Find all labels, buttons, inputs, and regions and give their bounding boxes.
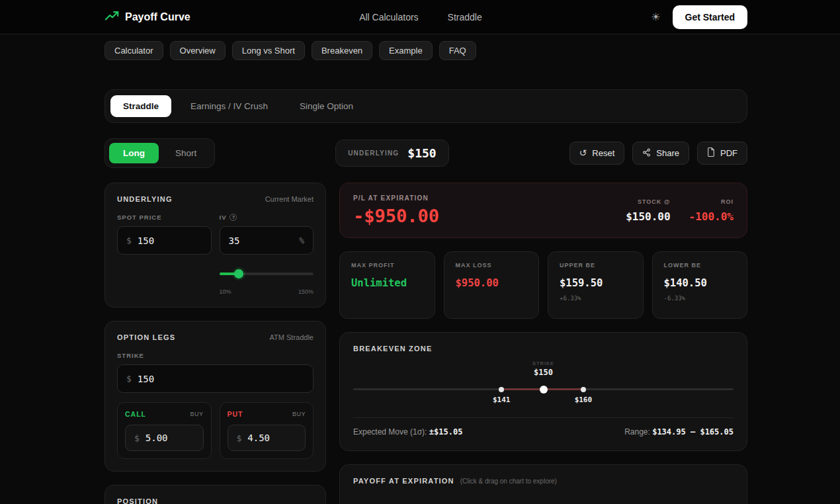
share-button[interactable]: Share <box>632 142 689 165</box>
dollar-prefix: $ <box>126 374 132 384</box>
reset-button-label: Reset <box>592 148 614 158</box>
current-market-label: Current Market <box>265 195 314 203</box>
call-leg-card: CALL BUY $ 5.00 <box>117 402 212 459</box>
share-nodes-icon <box>642 148 651 159</box>
underlying-card-title: UNDERLYING <box>117 195 173 203</box>
stock-at-value: $150.00 <box>626 210 670 223</box>
pdf-button-label: PDF <box>720 148 737 158</box>
iv-input[interactable]: 35 % <box>220 226 314 255</box>
put-side-label: BUY <box>292 411 306 417</box>
position-card-title: POSITION <box>117 497 158 504</box>
atm-straddle-label: ATM Straddle <box>270 333 314 341</box>
put-premium-input[interactable]: $ 4.50 <box>228 425 306 451</box>
max-profit-label: MAX PROFIT <box>351 262 423 269</box>
upper-breakeven-dot[interactable] <box>581 387 586 392</box>
pl-value: -$950.00 <box>353 206 439 226</box>
rotate-ccw-icon <box>579 148 587 158</box>
nav-links: All Calculators Straddle <box>190 12 651 22</box>
payoff-hint: (Click & drag on chart to explore) <box>460 478 557 485</box>
expected-move-value: ±$15.05 <box>429 427 463 437</box>
file-icon <box>707 147 715 159</box>
chip-faq[interactable]: FAQ <box>439 41 476 60</box>
range-value: $134.95 – $165.05 <box>652 427 734 437</box>
underlying-card: UNDERLYING Current Market SPOT PRICE $ 1… <box>105 183 326 308</box>
call-side-label: BUY <box>190 411 203 417</box>
reset-button[interactable]: Reset <box>569 142 625 165</box>
lower-be-percent: -6.33% <box>664 295 736 302</box>
trend-up-icon <box>105 9 119 26</box>
chip-example[interactable]: Example <box>379 41 433 60</box>
section-chips: Calculator Overview Long vs Short Breake… <box>105 41 747 60</box>
help-circle-icon[interactable] <box>230 214 237 221</box>
dollar-prefix: $ <box>237 433 242 443</box>
call-premium-input[interactable]: $ 5.00 <box>125 425 204 451</box>
max-profit-value: Unlimited <box>351 277 423 289</box>
sun-icon[interactable] <box>651 12 660 22</box>
spot-price-label: SPOT PRICE <box>117 214 162 221</box>
iv-slider-min-label: 10% <box>220 288 231 295</box>
iv-slider[interactable] <box>220 269 314 278</box>
breakeven-visualization[interactable]: STRIKE $150 $141 $160 <box>353 360 734 409</box>
call-premium-value: 5.00 <box>146 433 168 443</box>
strike-label: STRIKE <box>117 352 144 359</box>
iv-label: IV <box>220 214 227 221</box>
nav-link-straddle[interactable]: Straddle <box>448 12 482 22</box>
percent-suffix: % <box>299 235 304 245</box>
tab-earnings-iv-crush[interactable]: Earnings / IV Crush <box>178 95 280 117</box>
spot-price-input[interactable]: $ 150 <box>117 226 212 255</box>
action-buttons: Reset Share PDF <box>569 142 747 165</box>
tab-single-option[interactable]: Single Option <box>287 95 366 117</box>
put-premium-value: 4.50 <box>247 433 270 443</box>
chip-calculator[interactable]: Calculator <box>105 41 163 60</box>
call-label: CALL <box>125 410 146 418</box>
long-button[interactable]: Long <box>109 143 159 163</box>
brand[interactable]: Payoff Curve <box>105 9 190 26</box>
chip-overview[interactable]: Overview <box>170 41 226 60</box>
lower-breakeven-dot[interactable] <box>499 387 504 392</box>
roi-value: -100.0% <box>689 210 734 223</box>
breakeven-zone-title: BREAKEVEN ZONE <box>353 345 432 353</box>
strike-value: 150 <box>138 374 154 384</box>
chip-breakeven[interactable]: Breakeven <box>312 41 372 60</box>
controls-row: Long Short UNDERLYING $150 Reset Share <box>105 138 747 168</box>
upper-be-card: UPPER BE $159.50 +6.33% <box>548 251 644 319</box>
lower-be-card: LOWER BE $140.50 -6.33% <box>652 251 748 319</box>
spot-price-value: 150 <box>138 235 154 246</box>
range-label: Range: <box>624 427 650 437</box>
share-button-label: Share <box>656 148 679 158</box>
strike-input[interactable]: $ 150 <box>117 364 314 393</box>
upper-breakeven-value: $160 <box>575 396 593 404</box>
direction-toggle: Long Short <box>105 138 215 168</box>
pdf-button[interactable]: PDF <box>697 142 747 165</box>
max-loss-label: MAX LOSS <box>456 262 528 269</box>
short-button[interactable]: Short <box>161 143 210 163</box>
tab-straddle[interactable]: Straddle <box>110 95 171 117</box>
strike-dot[interactable] <box>540 386 548 394</box>
payoff-chart-card: PAYOFF AT EXPIRATION (Click & drag on ch… <box>339 464 747 504</box>
nav-link-all-calculators[interactable]: All Calculators <box>359 12 418 22</box>
roi-label: ROI <box>689 198 734 205</box>
stock-at-label: STOCK @ <box>626 198 670 205</box>
top-nav: Payoff Curve All Calculators Straddle Ge… <box>0 0 840 34</box>
right-column: P/L AT EXPIRATION -$950.00 STOCK @ $150.… <box>339 183 747 504</box>
strike-marker: STRIKE $150 <box>532 360 554 377</box>
payoff-title: PAYOFF AT EXPIRATION <box>353 477 454 485</box>
lower-be-value: $140.50 <box>664 277 736 289</box>
upper-be-value: $159.50 <box>560 277 632 289</box>
expected-move-label: Expected Move (1σ): <box>353 427 427 437</box>
lower-breakeven-value: $141 <box>493 396 511 404</box>
dollar-prefix: $ <box>134 433 140 443</box>
stats-row: MAX PROFIT Unlimited MAX LOSS $950.00 UP… <box>339 251 747 319</box>
get-started-button[interactable]: Get Started <box>673 5 747 29</box>
option-legs-card: OPTION LEGS ATM Straddle STRIKE $ 150 CA… <box>105 321 326 472</box>
chip-long-vs-short[interactable]: Long vs Short <box>232 41 305 60</box>
max-profit-card: MAX PROFIT Unlimited <box>339 251 435 319</box>
iv-slider-thumb[interactable] <box>234 269 243 278</box>
expected-move: Expected Move (1σ): ±$15.05 <box>353 427 462 437</box>
iv-value: 35 <box>229 235 240 246</box>
pl-at-expiration-card: P/L AT EXPIRATION -$950.00 STOCK @ $150.… <box>339 183 747 238</box>
underlying-pill: UNDERLYING $150 <box>335 140 449 167</box>
underlying-pill-value: $150 <box>407 146 436 160</box>
upper-be-label: UPPER BE <box>560 262 632 269</box>
strike-marker-label: STRIKE <box>532 360 554 366</box>
